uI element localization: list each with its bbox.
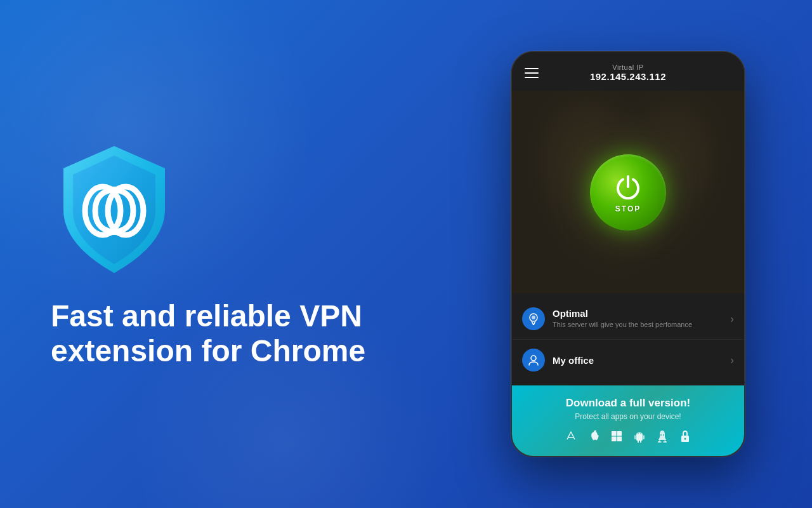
my-office-server-info: My office xyxy=(553,355,730,366)
svg-rect-7 xyxy=(617,431,622,436)
svg-rect-8 xyxy=(612,437,617,442)
virtual-ip-display: Virtual IP 192.145.243.112 xyxy=(590,64,666,82)
stop-label: STOP xyxy=(615,204,641,213)
svg-point-10 xyxy=(638,433,639,434)
optimal-server-info: Optimal This server will give you the be… xyxy=(553,308,730,329)
phone-header: Virtual IP 192.145.243.112 xyxy=(512,52,744,91)
chevron-right-icon-2: › xyxy=(730,354,734,367)
server-item-my-office[interactable]: My office › xyxy=(512,340,744,380)
svg-point-11 xyxy=(640,433,641,434)
svg-point-5 xyxy=(531,356,536,361)
app-logo xyxy=(51,140,178,279)
power-button[interactable]: STOP xyxy=(590,154,666,231)
chevron-right-icon: › xyxy=(730,312,734,326)
svg-rect-9 xyxy=(617,437,622,442)
svg-point-4 xyxy=(532,316,535,319)
optimal-server-desc: This server will give you the best perfo… xyxy=(553,320,730,329)
left-panel: Fast and reliable VPN extension for Chro… xyxy=(51,140,495,368)
server-item-optimal[interactable]: Optimal This server will give you the be… xyxy=(512,298,744,340)
android-icon[interactable] xyxy=(633,430,646,446)
power-area: STOP xyxy=(512,91,744,293)
apple-icon[interactable] xyxy=(587,430,600,446)
linux-icon[interactable] xyxy=(656,430,669,446)
platform-icons-row xyxy=(522,430,734,446)
download-banner[interactable]: Download a full version! Protect all app… xyxy=(512,385,744,456)
windows-icon[interactable] xyxy=(610,430,623,446)
download-subtitle: Protect all apps on your device! xyxy=(522,412,734,421)
appstore-icon[interactable] xyxy=(565,430,577,446)
svg-point-14 xyxy=(660,434,662,436)
my-office-server-icon xyxy=(522,349,545,371)
extension-icon[interactable] xyxy=(679,430,691,446)
optimal-server-icon xyxy=(522,307,545,330)
power-icon xyxy=(613,171,643,202)
right-panel: Virtual IP 192.145.243.112 STOP xyxy=(495,51,761,457)
hero-headline: Fast and reliable VPN extension for Chro… xyxy=(51,298,365,368)
phone-mockup: Virtual IP 192.145.243.112 STOP xyxy=(511,51,745,457)
page-container: Fast and reliable VPN extension for Chro… xyxy=(0,0,812,508)
svg-point-15 xyxy=(663,434,664,436)
server-list: Optimal This server will give you the be… xyxy=(512,293,744,385)
svg-point-19 xyxy=(684,438,686,440)
virtual-ip-label: Virtual IP xyxy=(590,64,666,71)
download-title: Download a full version! xyxy=(522,397,734,410)
menu-button[interactable] xyxy=(525,68,539,78)
svg-rect-6 xyxy=(612,431,617,436)
my-office-server-name: My office xyxy=(553,355,730,366)
optimal-server-name: Optimal xyxy=(553,308,730,319)
ip-address: 192.145.243.112 xyxy=(590,71,666,82)
